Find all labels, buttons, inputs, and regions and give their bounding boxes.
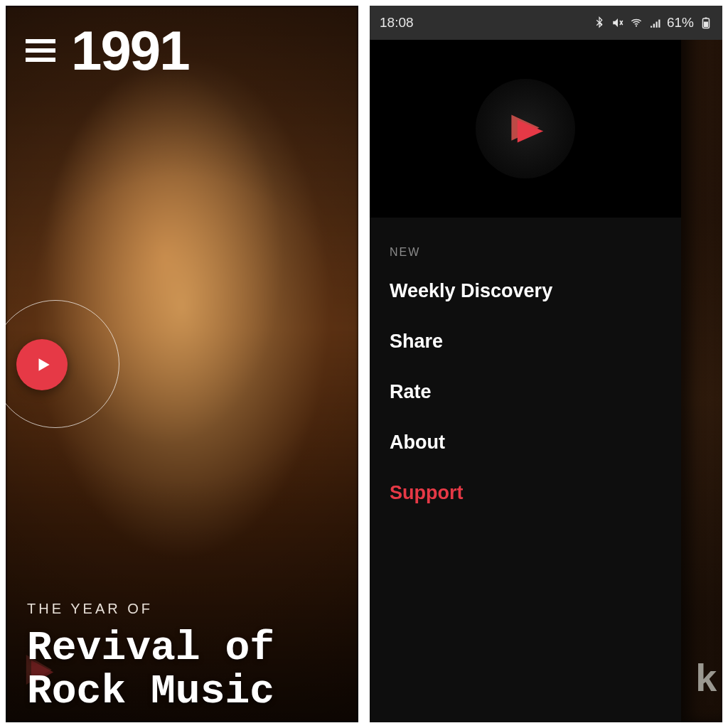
year-title: 1991 [71, 26, 189, 75]
signal-icon [648, 16, 661, 29]
menu-item-rate[interactable]: Rate [390, 367, 661, 417]
screen-year-detail: 1991 THE YEAR OF Revival of Rock Music [6, 6, 358, 722]
mute-icon [611, 16, 624, 29]
bluetooth-icon [593, 16, 606, 29]
menu-item-support[interactable]: Support [390, 468, 661, 518]
play-button[interactable] [16, 339, 68, 390]
app-logo [476, 79, 575, 178]
play-control [6, 300, 119, 428]
svg-rect-3 [704, 22, 708, 28]
battery-icon [700, 16, 712, 29]
content-peek[interactable]: k [681, 6, 722, 722]
play-icon [34, 355, 53, 374]
app-logo-zone [370, 40, 681, 218]
menu-section-tag: NEW [390, 246, 661, 259]
status-right: 61% [593, 15, 712, 31]
android-status-bar: 18:08 61% [370, 6, 722, 40]
app-logo-icon [500, 104, 550, 154]
top-bar: 1991 [26, 26, 189, 75]
peek-letter: k [695, 659, 718, 702]
menu-item-share[interactable]: Share [390, 316, 661, 367]
side-menu: NEW Weekly Discovery Share Rate About Su… [370, 218, 681, 722]
hamburger-menu-icon[interactable] [26, 39, 55, 62]
menu-item-weekly-discovery[interactable]: Weekly Discovery [390, 266, 661, 316]
headline-block: THE YEAR OF Revival of Rock Music [27, 601, 344, 714]
screen-side-menu: k 18:08 61% [370, 6, 722, 722]
headline-text: Revival of Rock Music [27, 627, 344, 714]
eyebrow-text: THE YEAR OF [27, 601, 344, 617]
svg-rect-4 [705, 18, 707, 19]
menu-item-about[interactable]: About [390, 417, 661, 468]
status-left: 18:08 [380, 15, 421, 31]
wifi-icon [630, 16, 643, 29]
svg-point-1 [636, 25, 637, 26]
status-time: 18:08 [380, 15, 414, 31]
battery-text: 61% [667, 15, 694, 31]
